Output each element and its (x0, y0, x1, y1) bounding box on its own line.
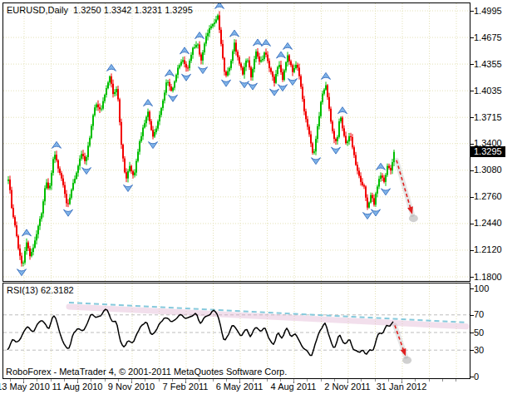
price-axis-tick (470, 37, 474, 38)
fractal-up-icon (262, 39, 271, 46)
price-axis-label: 1.1800 (474, 272, 524, 283)
fractal-down-icon (182, 74, 191, 81)
time-axis-minor-tick (280, 379, 281, 382)
rsi-axis-tick (470, 288, 474, 289)
main-chart-panel[interactable] (2, 2, 470, 282)
time-axis-minor-tick (64, 379, 65, 382)
fractal-up-icon (215, 2, 224, 8)
price-axis-tick (470, 250, 474, 251)
fractal-down-icon (82, 168, 91, 175)
fractal-down-icon (64, 209, 73, 216)
price-axis-label: 1.4995 (474, 6, 524, 17)
fractal-up-icon (52, 141, 62, 148)
price-axis-label: 1.4035 (474, 86, 524, 96)
rsi-axis-label: 30 (474, 345, 524, 356)
fractal-up-icon (107, 64, 116, 71)
time-axis-minor-tick (105, 379, 106, 382)
price-axis-label: 1.4355 (474, 59, 524, 70)
rsi-axis-tick (470, 315, 474, 316)
price-axis-tick (470, 277, 474, 278)
rsi-axis-label: 100 (474, 283, 524, 294)
time-axis-minor-tick (145, 379, 145, 382)
fractal-down-icon (222, 80, 231, 86)
fractal-down-icon (199, 67, 208, 74)
price-axis-label: 1.2120 (474, 244, 524, 255)
fractal-up-icon (195, 32, 204, 39)
price-axis-tick (470, 117, 474, 118)
rsi-indicator-panel[interactable] (2, 283, 470, 379)
fractal-down-icon (332, 147, 341, 154)
price-axis-tick (470, 197, 474, 198)
fractal-up-icon (230, 30, 239, 37)
fractal-down-icon (17, 269, 27, 276)
mt4-chart-window: EURUSD,Daily 1.3250 1.3342 1.3231 1.3295… (0, 0, 532, 399)
fractal-down-icon (124, 185, 133, 191)
fractal-down-icon (278, 85, 288, 91)
price-axis-label: 1.3715 (474, 112, 524, 123)
fractal-up-icon (254, 39, 263, 46)
fractal-up-icon (283, 42, 293, 49)
fractal-down-icon (240, 81, 249, 88)
price-axis-tick (470, 91, 474, 91)
time-axis-minor-tick (293, 379, 294, 382)
fractal-up-icon (180, 47, 190, 54)
time-axis-minor-tick (307, 379, 308, 382)
rsi-axis-tick (470, 377, 474, 377)
fractal-up-icon (277, 52, 286, 58)
rsi-axis-label: 70 (474, 309, 524, 320)
fractal-down-icon (288, 79, 298, 86)
rsi-indicator-label: RSI(13) 62.3182 (7, 285, 74, 295)
price-axis-label: 1.2440 (474, 218, 524, 229)
time-axis-minor-tick (159, 379, 160, 382)
time-axis-minor-tick (415, 379, 416, 382)
fractal-up-icon (338, 107, 347, 114)
time-axis-minor-tick (226, 379, 227, 382)
fractal-down-icon (169, 95, 178, 101)
fractal-down-icon (249, 83, 258, 90)
time-axis-label: 13 May 2010 (0, 382, 50, 392)
fractal-down-icon (149, 142, 158, 149)
fractal-up-icon (322, 72, 331, 79)
time-axis-minor-tick (401, 379, 402, 382)
price-axis-label: 1.4675 (474, 32, 524, 43)
fractal-down-icon (363, 213, 372, 219)
price-axis-tick (470, 224, 474, 224)
time-axis-minor-tick (239, 379, 240, 382)
time-axis-minor-tick (442, 379, 443, 382)
time-axis-minor-tick (10, 379, 11, 382)
current-price-badge: 1.3295 (470, 146, 505, 157)
time-axis-minor-tick (347, 379, 348, 382)
rsi-axis-label: 50 (474, 328, 524, 338)
time-axis-minor-tick (37, 379, 37, 382)
time-axis-minor-tick (456, 379, 456, 382)
time-axis-minor-tick (429, 379, 430, 382)
price-axis-tick (470, 11, 474, 12)
price-axis-label: 1.2760 (474, 191, 524, 202)
fractal-up-icon (377, 163, 386, 170)
time-axis-minor-tick (118, 379, 119, 382)
fractal-down-icon (312, 158, 321, 165)
candlestick-series (7, 11, 395, 266)
fractal-up-icon (165, 70, 175, 76)
time-axis-minor-tick (131, 379, 132, 382)
time-axis-minor-tick (172, 379, 173, 382)
fractal-down-icon (270, 89, 279, 96)
time-axis-minor-tick (361, 379, 362, 382)
fractal-down-icon (382, 189, 391, 195)
rsi-axis-tick (470, 350, 474, 351)
time-axis-minor-tick (91, 379, 91, 382)
price-axis-tick (470, 144, 474, 145)
time-axis-minor-tick (375, 379, 376, 382)
time-axis-minor-tick (267, 379, 268, 382)
price-axis-label: 1.3080 (474, 165, 524, 175)
time-axis-minor-tick (213, 379, 214, 382)
rsi-axis-label: 0 (474, 372, 524, 382)
time-axis-minor-tick (23, 379, 24, 382)
fractal-up-icon (22, 229, 32, 236)
time-axis-minor-tick (253, 379, 254, 382)
time-axis-minor-tick (334, 379, 335, 382)
time-axis-minor-tick (199, 379, 200, 382)
time-axis-minor-tick (321, 379, 322, 382)
time-axis-minor-tick (77, 379, 78, 382)
price-axis-tick (470, 170, 474, 171)
